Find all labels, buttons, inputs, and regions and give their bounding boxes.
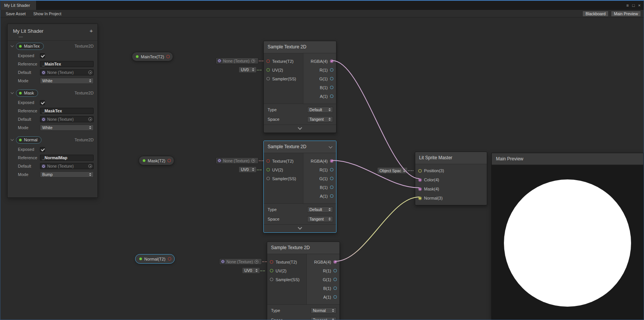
node-header[interactable]: Sample Texture 2D [267, 242, 340, 254]
texture-thumbnail-icon [41, 164, 46, 168]
sampler-input-port[interactable] [266, 77, 270, 80]
g-output-port[interactable] [333, 278, 337, 281]
uv-input-port[interactable] [266, 168, 270, 171]
close-icon[interactable]: × [638, 3, 641, 8]
uv-channel-dropdown[interactable]: UV0 [239, 166, 257, 173]
chevron-down-icon[interactable] [329, 145, 333, 149]
a-output-port[interactable] [330, 94, 333, 98]
object-picker-icon[interactable] [88, 117, 92, 121]
texture-input-port[interactable] [266, 159, 270, 163]
maximize-icon[interactable]: □ [632, 3, 635, 8]
sample-texture-2d-node-2[interactable]: Sample Texture 2D Texture(T2) UV(2) Samp… [263, 141, 336, 233]
r-output-port[interactable] [333, 269, 337, 272]
property-header[interactable]: MainTex Texture2D [8, 41, 97, 51]
rgba-output-port[interactable] [333, 260, 337, 264]
preview-body[interactable] [492, 165, 643, 319]
b-output-port[interactable] [333, 286, 337, 290]
default-texture-field[interactable]: None (Texture) [40, 69, 94, 75]
normal-input-port[interactable] [418, 197, 422, 200]
r-output-port[interactable] [330, 68, 333, 72]
titlebar[interactable]: My Lit Shader ≡ □ × [0, 1, 644, 10]
space-dropdown[interactable]: Tangent [307, 216, 333, 222]
main-preview-panel[interactable]: Main Preview [491, 153, 644, 320]
object-picker-icon[interactable] [88, 70, 92, 74]
default-texture-field[interactable]: None (Texture) [40, 163, 94, 169]
b-output-port[interactable] [330, 86, 333, 89]
node-header[interactable]: Sample Texture 2D [264, 141, 336, 153]
property-header[interactable]: Normal Texture2D [8, 134, 97, 145]
expander-chevron-icon[interactable] [11, 91, 14, 94]
node-header[interactable]: Lit Sprite Master [415, 152, 487, 164]
type-dropdown[interactable]: Default [307, 206, 333, 213]
mode-dropdown[interactable]: White [40, 78, 94, 84]
node-header[interactable]: Sample Texture 2D [264, 41, 336, 53]
rgba-output-port[interactable] [330, 59, 333, 63]
position-space-dropdown[interactable]: Object Space [377, 167, 408, 174]
show-in-project-button[interactable]: Show In Project [31, 11, 64, 17]
blackboard-toggle-button[interactable]: Blackboard [582, 11, 609, 17]
sample-texture-2d-node-1[interactable]: Sample Texture 2D Texture(T2) UV(2) Samp… [263, 41, 336, 133]
main-preview-toggle-button[interactable]: Main Preview [611, 11, 641, 17]
space-dropdown[interactable]: Tangent [307, 116, 333, 122]
position-input-port[interactable] [418, 169, 422, 173]
menu-icon[interactable]: ≡ [626, 3, 628, 8]
mask-input-port[interactable] [418, 187, 422, 191]
tab-my-lit-shader[interactable]: My Lit Shader [1, 1, 37, 10]
property-node-normal[interactable]: Normal(T2) [135, 254, 175, 264]
default-texture-field[interactable]: None (Texture) [40, 116, 94, 122]
lit-sprite-master-node[interactable]: Lit Sprite Master Position(3) Color(4) M… [415, 152, 487, 205]
a-output-port[interactable] [333, 295, 337, 299]
reference-field[interactable]: _NormalMap [40, 155, 94, 161]
exposed-checkbox[interactable] [40, 147, 45, 152]
uv-input-port[interactable] [270, 269, 273, 272]
property-pill[interactable]: Mask [16, 90, 38, 97]
sampler-input-port[interactable] [266, 177, 270, 180]
a-output-port[interactable] [330, 194, 333, 198]
texture-output-port[interactable] [167, 159, 171, 162]
uv-channel-dropdown[interactable]: UV0 [239, 67, 257, 73]
preview-header[interactable]: Main Preview [492, 153, 643, 165]
exposed-checkbox[interactable] [40, 100, 45, 105]
save-asset-button[interactable]: Save Asset [3, 11, 29, 17]
b-output-port[interactable] [330, 186, 333, 189]
object-picker-icon[interactable] [255, 260, 258, 264]
property-pill[interactable]: MainTex [16, 43, 44, 50]
type-dropdown[interactable]: Normal [311, 307, 336, 314]
reference-field[interactable]: _MainTex [40, 61, 94, 67]
property-node-maintex[interactable]: MainTex(T2) [132, 52, 173, 61]
texture-slot-widget[interactable]: None (Texture) [219, 258, 262, 265]
object-picker-icon[interactable] [88, 164, 92, 168]
texture-output-port[interactable] [168, 257, 171, 261]
property-pill[interactable]: Normal [16, 136, 41, 144]
exposed-checkbox[interactable] [40, 53, 45, 58]
object-picker-icon[interactable] [251, 159, 255, 163]
g-output-port[interactable] [330, 177, 333, 180]
uv-channel-dropdown[interactable]: UV0 [242, 267, 260, 274]
add-property-button[interactable]: + [89, 27, 93, 34]
texture-output-port[interactable] [166, 55, 170, 58]
property-header[interactable]: Mask Texture2D [8, 88, 97, 98]
sample-texture-2d-node-3[interactable]: Sample Texture 2D Texture(T2) UV(2) Samp… [267, 242, 340, 320]
collapse-toggle[interactable] [264, 125, 336, 133]
sampler-input-port[interactable] [270, 278, 273, 281]
rgba-output-port[interactable] [330, 159, 333, 163]
property-node-mask[interactable]: Mask(T2) [139, 156, 174, 165]
r-output-port[interactable] [330, 168, 333, 171]
collapse-toggle[interactable] [264, 224, 336, 232]
blackboard-panel[interactable]: My Lit Shader + MainTex Texture2D Expose… [7, 24, 98, 198]
texture-slot-widget[interactable]: None (Texture) [216, 58, 258, 64]
color-input-port[interactable] [418, 178, 422, 182]
texture-slot-widget[interactable]: None (Texture) [216, 157, 258, 164]
uv-input-port[interactable] [266, 68, 270, 72]
reference-field[interactable]: _MaskTex [40, 108, 94, 114]
texture-input-port[interactable] [266, 59, 270, 63]
object-picker-icon[interactable] [251, 59, 255, 63]
space-dropdown[interactable]: Tangent [311, 317, 336, 320]
texture-input-port[interactable] [270, 260, 273, 264]
expander-chevron-icon[interactable] [11, 44, 14, 47]
type-dropdown[interactable]: Default [307, 107, 333, 113]
mode-dropdown[interactable]: Bump [40, 171, 94, 178]
mode-dropdown[interactable]: White [40, 125, 94, 131]
expander-chevron-icon[interactable] [11, 138, 14, 141]
g-output-port[interactable] [330, 77, 333, 80]
